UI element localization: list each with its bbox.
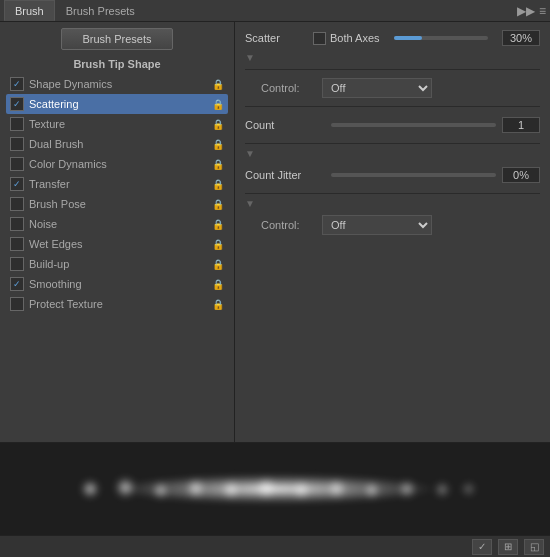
left-panel: Brush Presets Brush Tip Shape Shape Dyna…: [0, 22, 235, 442]
lock-icon-build-up: 🔒: [212, 259, 224, 270]
label-brush-pose: Brush Pose: [29, 198, 212, 210]
checkbox-color-dynamics[interactable]: [10, 157, 24, 171]
lock-icon-transfer: 🔒: [212, 179, 224, 190]
label-protect-texture: Protect Texture: [29, 298, 212, 310]
lock-icon-dual-brush: 🔒: [212, 139, 224, 150]
list-item-build-up[interactable]: Build-up 🔒: [6, 254, 228, 274]
triangle-1: ▼: [245, 52, 540, 63]
lock-icon-scattering: 🔒: [212, 99, 224, 110]
tab-bar: Brush Brush Presets ▶▶ ≡: [0, 0, 550, 22]
lock-icon-protect-texture: 🔒: [212, 299, 224, 310]
list-item-texture[interactable]: Texture 🔒: [6, 114, 228, 134]
preview-canvas: [0, 443, 550, 535]
checkbox-scattering[interactable]: [10, 97, 24, 111]
control-row-2: Control: Off Fade Pen Pressure Pen Tilt: [245, 215, 540, 235]
bottom-preview: ✓ ⊞ ◱: [0, 442, 550, 557]
list-item-scattering[interactable]: Scattering 🔒: [6, 94, 228, 114]
lock-icon-noise: 🔒: [212, 219, 224, 230]
triangle-2: ▼: [245, 148, 540, 159]
menu-icon[interactable]: ≡: [539, 4, 546, 18]
divider-3: [245, 143, 540, 144]
count-slider[interactable]: [331, 123, 496, 127]
checkbox-texture[interactable]: [10, 117, 24, 131]
preview-tool-checkmark[interactable]: ✓: [472, 539, 492, 555]
label-smoothing: Smoothing: [29, 278, 212, 290]
count-label: Count: [245, 119, 325, 131]
label-wet-edges: Wet Edges: [29, 238, 212, 250]
lock-icon-wet-edges: 🔒: [212, 239, 224, 250]
count-jitter-value[interactable]: 0%: [502, 167, 540, 183]
preview-tool-grid[interactable]: ⊞: [498, 539, 518, 555]
scatter-row: Scatter Both Axes 30%: [245, 30, 540, 46]
brush-list: Shape Dynamics 🔒 Scattering 🔒 Texture 🔒 …: [0, 74, 234, 314]
scatter-label: Scatter: [245, 32, 295, 44]
list-item-transfer[interactable]: Transfer 🔒: [6, 174, 228, 194]
control-label-2: Control:: [261, 219, 316, 231]
count-value[interactable]: 1: [502, 117, 540, 133]
label-noise: Noise: [29, 218, 212, 230]
tab-brush-presets[interactable]: Brush Presets: [55, 0, 146, 21]
control-label-1: Control:: [261, 82, 316, 94]
scatter-slider-fill: [394, 36, 422, 40]
label-scattering: Scattering: [29, 98, 212, 110]
count-jitter-row: Count Jitter 0%: [245, 167, 540, 183]
count-row: Count 1: [245, 117, 540, 133]
list-item-dual-brush[interactable]: Dual Brush 🔒: [6, 134, 228, 154]
brush-tip-shape-title: Brush Tip Shape: [73, 58, 160, 70]
both-axes-checkbox[interactable]: [313, 32, 326, 45]
triangle-3: ▼: [245, 198, 540, 209]
lock-icon-texture: 🔒: [212, 119, 224, 130]
brush-presets-button[interactable]: Brush Presets: [61, 28, 172, 50]
control-row-1: Control: Off Fade Pen Pressure Pen Tilt: [245, 78, 540, 98]
divider-2: [245, 106, 540, 107]
label-build-up: Build-up: [29, 258, 212, 270]
tab-brush[interactable]: Brush: [4, 0, 55, 21]
checkbox-smoothing[interactable]: [10, 277, 24, 291]
count-jitter-label: Count Jitter: [245, 169, 325, 181]
list-item-smoothing[interactable]: Smoothing 🔒: [6, 274, 228, 294]
checkbox-shape-dynamics[interactable]: [10, 77, 24, 91]
checkbox-noise[interactable]: [10, 217, 24, 231]
lock-icon-color-dynamics: 🔒: [212, 159, 224, 170]
label-shape-dynamics: Shape Dynamics: [29, 78, 212, 90]
checkbox-brush-pose[interactable]: [10, 197, 24, 211]
main-area: Brush Presets Brush Tip Shape Shape Dyna…: [0, 22, 550, 442]
scatter-value[interactable]: 30%: [502, 30, 540, 46]
list-item-wet-edges[interactable]: Wet Edges 🔒: [6, 234, 228, 254]
count-jitter-slider[interactable]: [331, 173, 496, 177]
both-axes-label: Both Axes: [330, 32, 380, 44]
label-color-dynamics: Color Dynamics: [29, 158, 212, 170]
list-item-brush-pose[interactable]: Brush Pose 🔒: [6, 194, 228, 214]
lock-icon-smoothing: 🔒: [212, 279, 224, 290]
list-item-color-dynamics[interactable]: Color Dynamics 🔒: [6, 154, 228, 174]
preview-toolbar: ✓ ⊞ ◱: [0, 535, 550, 557]
brush-stroke-preview: [35, 469, 515, 509]
list-item-noise[interactable]: Noise 🔒: [6, 214, 228, 234]
tab-icons: ▶▶ ≡: [517, 4, 546, 18]
checkbox-wet-edges[interactable]: [10, 237, 24, 251]
label-texture: Texture: [29, 118, 212, 130]
label-transfer: Transfer: [29, 178, 212, 190]
control-select-1[interactable]: Off Fade Pen Pressure Pen Tilt: [322, 78, 432, 98]
both-axes-container[interactable]: Both Axes: [313, 32, 380, 45]
divider-1: [245, 69, 540, 70]
divider-4: [245, 193, 540, 194]
list-item-protect-texture[interactable]: Protect Texture 🔒: [6, 294, 228, 314]
checkbox-build-up[interactable]: [10, 257, 24, 271]
label-dual-brush: Dual Brush: [29, 138, 212, 150]
checkbox-transfer[interactable]: [10, 177, 24, 191]
right-panel: Scatter Both Axes 30% ▼ Control: Off Fad…: [235, 22, 550, 442]
checkbox-dual-brush[interactable]: [10, 137, 24, 151]
control-select-2[interactable]: Off Fade Pen Pressure Pen Tilt: [322, 215, 432, 235]
lock-icon-shape-dynamics: 🔒: [212, 79, 224, 90]
checkbox-protect-texture[interactable]: [10, 297, 24, 311]
lock-icon-brush-pose: 🔒: [212, 199, 224, 210]
expand-icon[interactable]: ▶▶: [517, 4, 535, 18]
scatter-slider[interactable]: [394, 36, 488, 40]
list-item-shape-dynamics[interactable]: Shape Dynamics 🔒: [6, 74, 228, 94]
preview-tool-expand[interactable]: ◱: [524, 539, 544, 555]
